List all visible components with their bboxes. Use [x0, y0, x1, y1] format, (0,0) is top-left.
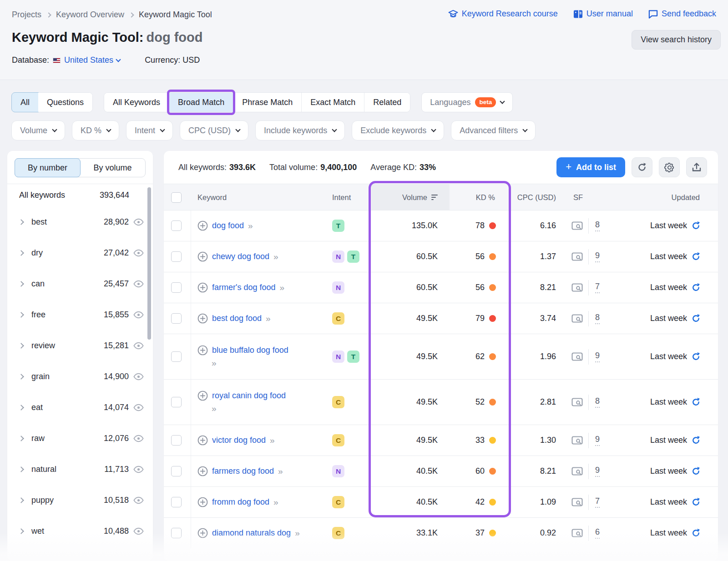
sidebar-scrollbar[interactable] — [147, 187, 151, 340]
eye-icon[interactable] — [133, 496, 144, 504]
eye-icon[interactable] — [133, 373, 144, 381]
row-checkbox[interactable] — [171, 351, 182, 362]
keyword-link[interactable]: diamond naturals dog — [212, 528, 291, 538]
keyword-research-course-link[interactable]: Keyword Research course — [448, 9, 558, 19]
add-keyword-icon[interactable] — [197, 528, 208, 538]
expand-keyword-icon[interactable]: » — [273, 497, 278, 507]
database-select[interactable]: United States — [64, 55, 120, 65]
filter-volume[interactable]: Volume — [11, 120, 65, 140]
sf-count[interactable]: 9 — [595, 251, 600, 262]
keyword-link[interactable]: farmers dog food — [212, 466, 274, 476]
add-keyword-icon[interactable] — [197, 251, 208, 262]
column-kd[interactable]: KD % — [450, 184, 509, 210]
sf-count[interactable]: 7 — [595, 282, 600, 293]
keyword-link[interactable]: farmer's dog food — [212, 283, 276, 292]
tab-phrase-match[interactable]: Phrase Match — [233, 93, 302, 112]
refresh-keyword-icon[interactable] — [691, 283, 701, 292]
serp-preview-icon[interactable] — [571, 498, 583, 507]
refresh-keyword-icon[interactable] — [691, 436, 701, 445]
column-cpc[interactable]: CPC (USD) — [509, 184, 569, 210]
add-keyword-icon[interactable] — [197, 345, 208, 356]
row-checkbox[interactable] — [171, 466, 182, 476]
tab-questions[interactable]: Questions — [38, 93, 92, 112]
filter-kd-[interactable]: KD % — [72, 120, 119, 140]
tab-broad-match[interactable]: Broad Match — [169, 93, 233, 112]
view-search-history-button[interactable]: View search history — [632, 30, 721, 50]
refresh-keyword-icon[interactable] — [691, 466, 701, 476]
sf-count[interactable]: 9 — [595, 351, 600, 362]
filter-exclude-keywords[interactable]: Exclude keywords — [352, 120, 444, 140]
sidebar-group-can[interactable]: can25,457 — [7, 268, 153, 299]
keyword-link[interactable]: royal canin dog food — [212, 391, 286, 401]
keyword-link[interactable]: blue buffalo dog food — [212, 346, 288, 355]
sf-count[interactable]: 9 — [595, 435, 600, 446]
sf-count[interactable]: 9 — [595, 466, 600, 477]
expand-keyword-icon[interactable]: » — [248, 221, 253, 231]
sidebar-group-free[interactable]: free15,855 — [7, 299, 153, 330]
filter-intent[interactable]: Intent — [126, 120, 173, 140]
sidebar-group-natural[interactable]: natural11,713 — [7, 454, 153, 485]
column-intent[interactable]: Intent — [329, 184, 371, 210]
refresh-button[interactable] — [632, 157, 652, 177]
filter-advanced-filters[interactable]: Advanced filters — [451, 120, 536, 140]
row-checkbox[interactable] — [171, 251, 182, 262]
all-keywords-row[interactable]: All keywords 393,644 — [7, 184, 153, 206]
expand-keyword-icon[interactable]: » — [212, 404, 329, 414]
sf-count[interactable]: 6 — [595, 527, 600, 539]
by-volume-toggle[interactable]: By volume — [80, 159, 145, 177]
tab-all[interactable]: All — [11, 92, 39, 112]
refresh-keyword-icon[interactable] — [691, 397, 701, 407]
eye-icon[interactable] — [133, 404, 144, 411]
refresh-keyword-icon[interactable] — [691, 252, 701, 261]
add-keyword-icon[interactable] — [197, 282, 208, 293]
expand-keyword-icon[interactable]: » — [295, 528, 299, 538]
row-checkbox[interactable] — [171, 528, 182, 538]
breadcrumb-projects[interactable]: Projects — [12, 10, 41, 20]
sidebar-group-puppy[interactable]: puppy10,518 — [7, 485, 153, 516]
sf-count[interactable]: 8 — [595, 396, 600, 408]
add-keyword-icon[interactable] — [197, 313, 208, 324]
filter-cpc-usd-[interactable]: CPC (USD) — [180, 120, 248, 140]
tab-related[interactable]: Related — [364, 93, 410, 112]
by-number-toggle[interactable]: By number — [15, 158, 81, 177]
row-checkbox[interactable] — [171, 435, 182, 446]
row-checkbox[interactable] — [171, 282, 182, 293]
add-keyword-icon[interactable] — [197, 220, 208, 231]
keyword-link[interactable]: chewy dog food — [212, 252, 269, 261]
eye-icon[interactable] — [133, 466, 144, 473]
row-checkbox[interactable] — [171, 497, 182, 507]
sf-count[interactable]: 8 — [595, 220, 600, 231]
tab-all-keywords[interactable]: All Keywords — [104, 93, 169, 112]
expand-keyword-icon[interactable]: » — [270, 436, 274, 446]
refresh-keyword-icon[interactable] — [691, 221, 701, 230]
column-sf[interactable]: SF — [569, 184, 627, 210]
refresh-keyword-icon[interactable] — [691, 497, 701, 507]
select-all-checkbox[interactable] — [171, 192, 182, 203]
refresh-keyword-icon[interactable] — [691, 352, 701, 361]
column-updated[interactable]: Updated — [627, 184, 707, 210]
expand-keyword-icon[interactable]: » — [278, 466, 283, 476]
refresh-keyword-icon[interactable] — [691, 314, 701, 323]
sidebar-group-best[interactable]: best28,902 — [7, 206, 153, 237]
languages-dropdown[interactable]: Languages beta — [421, 92, 513, 112]
refresh-keyword-icon[interactable] — [691, 528, 701, 538]
add-keyword-icon[interactable] — [197, 497, 208, 507]
column-keyword[interactable]: Keyword — [191, 184, 329, 210]
add-keyword-icon[interactable] — [197, 466, 208, 476]
add-keyword-icon[interactable] — [197, 391, 208, 401]
sf-count[interactable]: 8 — [595, 313, 600, 324]
sf-count[interactable]: 7 — [595, 496, 600, 508]
eye-icon[interactable] — [133, 218, 144, 226]
eye-icon[interactable] — [133, 527, 144, 535]
breadcrumb-keyword-overview[interactable]: Keyword Overview — [56, 10, 124, 20]
serp-preview-icon[interactable] — [571, 314, 583, 323]
eye-icon[interactable] — [133, 435, 144, 442]
tab-exact-match[interactable]: Exact Match — [302, 93, 364, 112]
settings-button[interactable] — [659, 157, 680, 177]
sidebar-group-eat[interactable]: eat14,074 — [7, 392, 153, 423]
send-feedback-link[interactable]: Send feedback — [648, 9, 716, 19]
expand-keyword-icon[interactable]: » — [212, 358, 329, 368]
sidebar-group-wet[interactable]: wet10,488 — [7, 516, 153, 546]
row-checkbox[interactable] — [171, 313, 182, 324]
expand-keyword-icon[interactable]: » — [273, 252, 278, 262]
